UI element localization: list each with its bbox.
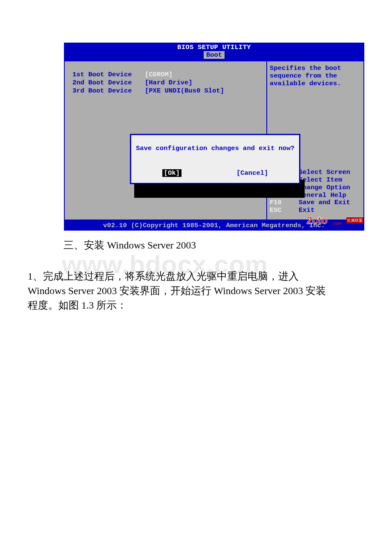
legend-desc: Save and Exit — [299, 199, 350, 207]
svg-text:.com: .com — [332, 221, 341, 225]
boot-row-2[interactable]: 2nd Boot Device [Hard Drive] — [72, 79, 262, 87]
boot-row-label: 2nd Boot Device — [72, 79, 145, 87]
boot-row-label: 3rd Boot Device — [72, 87, 145, 95]
legend-desc: Change Option — [299, 184, 350, 192]
section-heading: 三、安装 Windows Server 2003 — [63, 238, 364, 252]
para-line-2: Windows Server 2003 安装界面，开始运行 Windows Se… — [28, 283, 364, 298]
help-line: available devices. — [270, 80, 361, 88]
boot-order-list: 1st Boot Device [CDROM] 2nd Boot Device … — [72, 71, 262, 95]
heading-cn: 三、安装 — [63, 240, 107, 251]
bios-tab-row: Boot — [64, 51, 364, 61]
para-latin: 1.3 — [81, 300, 96, 311]
para-cn: 安装 — [306, 285, 326, 296]
watermark-badge: 红黑联盟 — [346, 217, 363, 224]
legend-key: F10 — [270, 199, 299, 207]
boot-row-value: [CDROM] — [145, 71, 173, 78]
dialog-buttons: [Ok] [Cancel] — [131, 165, 299, 183]
cancel-button[interactable]: [Cancel] — [236, 169, 268, 177]
boot-row-label: 1st Boot Device — [72, 71, 145, 78]
ok-button[interactable]: [Ok] — [162, 169, 182, 177]
legend-row: F10 Save and Exit — [270, 199, 361, 207]
para-latin: Windows Server 2003 — [28, 285, 119, 296]
body-paragraph: 1、完成上述过程后，将系统光盘放入光驱中重启电脑，进入 Windows Serv… — [28, 269, 364, 312]
dialog-question: Save configuration changes and exit now? — [131, 135, 299, 165]
legend-key: ESC — [270, 207, 299, 214]
boot-row-3[interactable]: 3rd Boot Device [PXE UNDI(Bus0 Slot] — [72, 87, 262, 95]
save-exit-dialog: Save configuration changes and exit now?… — [130, 134, 300, 184]
svg-text:2cto: 2cto — [306, 214, 327, 226]
page: BIOS SETUP UTILITY Boot 1st Boot Device … — [0, 0, 392, 312]
para-latin: Windows Server 2003 — [214, 285, 306, 296]
para-cn: 程度。如图 — [28, 300, 81, 311]
image-watermark-logo: 2cto .com 红黑联盟 — [306, 214, 363, 227]
bios-title: BIOS SETUP UTILITY — [64, 43, 364, 51]
boot-row-value: [Hard Drive] — [145, 79, 193, 87]
bios-window: BIOS SETUP UTILITY Boot 1st Boot Device … — [64, 43, 364, 231]
2cto-logo-icon: 2cto .com — [306, 214, 346, 227]
boot-row-1[interactable]: 1st Boot Device [CDROM] — [72, 71, 262, 78]
legend-desc: General Help — [299, 192, 346, 199]
para-line-3: 程度。如图 1.3 所示： — [28, 298, 364, 312]
para-cn: 安装界面，开始运行 — [119, 285, 214, 296]
legend-desc: Select Screen — [299, 169, 350, 176]
boot-row-value: [PXE UNDI(Bus0 Slot] — [145, 87, 224, 95]
help-line: Specifies the boot — [270, 65, 361, 72]
bios-tab-boot[interactable]: Boot — [204, 51, 225, 59]
help-text: Specifies the boot sequence from the ava… — [270, 65, 361, 87]
para-line-1: 1、完成上述过程后，将系统光盘放入光驱中重启电脑，进入 — [28, 269, 364, 283]
bios-screenshot: BIOS SETUP UTILITY Boot 1st Boot Device … — [64, 43, 364, 231]
bios-body: 1st Boot Device [CDROM] 2nd Boot Device … — [64, 61, 364, 220]
heading-latin: Windows Server 2003 — [107, 240, 196, 251]
help-line: sequence from the — [270, 72, 361, 80]
legend-desc: Select Item — [299, 176, 342, 184]
para-cn: 所示： — [96, 300, 127, 311]
